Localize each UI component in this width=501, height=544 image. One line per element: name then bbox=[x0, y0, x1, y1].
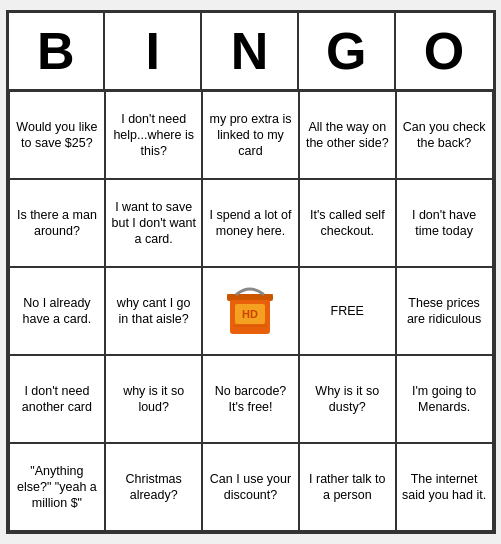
cell-b5[interactable]: "Anything else?" "yeah a million $" bbox=[9, 443, 106, 531]
cell-o5[interactable]: The internet said you had it. bbox=[396, 443, 493, 531]
cell-i3[interactable]: why cant I go in that aisle? bbox=[105, 267, 202, 355]
cell-i5[interactable]: Christmas already? bbox=[105, 443, 202, 531]
cell-n2[interactable]: I spend a lot of money here. bbox=[202, 179, 299, 267]
cell-b4[interactable]: I don't need another card bbox=[9, 355, 106, 443]
letter-o: O bbox=[396, 13, 493, 89]
cell-b1[interactable]: Would you like to save $25? bbox=[9, 91, 106, 179]
cell-b2[interactable]: Is there a man around? bbox=[9, 179, 106, 267]
cell-n5[interactable]: Can I use your discount? bbox=[202, 443, 299, 531]
cell-o2[interactable]: I don't have time today bbox=[396, 179, 493, 267]
cell-g5[interactable]: I rather talk to a person bbox=[299, 443, 396, 531]
bingo-grid: Would you like to save $25? I don't need… bbox=[9, 91, 493, 531]
cell-n4[interactable]: No barcode? It's free! bbox=[202, 355, 299, 443]
letter-n: N bbox=[202, 13, 299, 89]
letter-i: I bbox=[105, 13, 202, 89]
cell-b3[interactable]: No I already have a card. bbox=[9, 267, 106, 355]
bingo-card: B I N G O Would you like to save $25? I … bbox=[6, 10, 496, 534]
cell-i1[interactable]: I don't need help...where is this? bbox=[105, 91, 202, 179]
home-depot-bucket-icon: HD bbox=[215, 276, 285, 346]
cell-i4[interactable]: why is it so loud? bbox=[105, 355, 202, 443]
bingo-header: B I N G O bbox=[9, 13, 493, 91]
cell-n3-free[interactable]: HD bbox=[202, 267, 299, 355]
cell-g1[interactable]: All the way on the other side? bbox=[299, 91, 396, 179]
cell-o1[interactable]: Can you check the back? bbox=[396, 91, 493, 179]
cell-o4[interactable]: I'm going to Menards. bbox=[396, 355, 493, 443]
cell-g2[interactable]: It's called self checkout. bbox=[299, 179, 396, 267]
letter-g: G bbox=[299, 13, 396, 89]
svg-marker-3 bbox=[227, 294, 273, 300]
cell-i2[interactable]: I want to save but I don't want a card. bbox=[105, 179, 202, 267]
cell-g3[interactable]: FREE bbox=[299, 267, 396, 355]
svg-text:HD: HD bbox=[243, 308, 259, 320]
cell-g4[interactable]: Why is it so dusty? bbox=[299, 355, 396, 443]
cell-n1[interactable]: my pro extra is linked to my card bbox=[202, 91, 299, 179]
letter-b: B bbox=[9, 13, 106, 89]
cell-o3[interactable]: These prices are ridiculous bbox=[396, 267, 493, 355]
